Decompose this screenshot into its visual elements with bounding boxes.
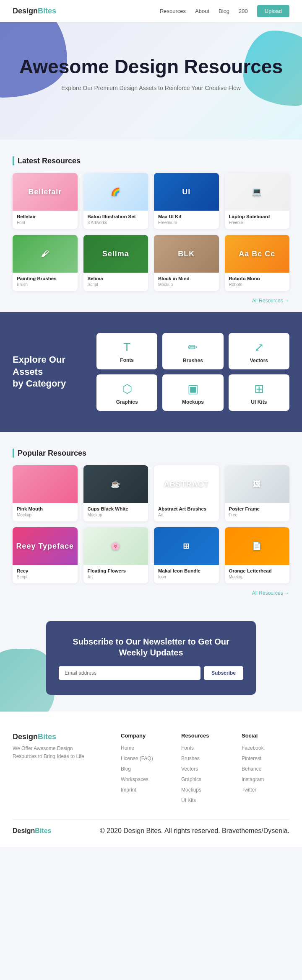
latest-resource-card[interactable]: Bellefair Bellefair Font	[13, 173, 78, 229]
footer-social-link[interactable]: Pinterest	[242, 756, 261, 761]
latest-resource-card[interactable]: Selima Selima Script	[83, 235, 148, 291]
card-info: Poster Frame Free	[225, 503, 290, 521]
card-info: Roboto Mono Roboto	[225, 273, 290, 291]
footer-social-link[interactable]: Instagram	[242, 776, 264, 782]
nav-logo: DesignBites	[13, 7, 56, 15]
card-title: Selima	[88, 276, 144, 281]
nav-200[interactable]: 200	[239, 8, 248, 14]
cat-label: Mockups	[182, 399, 204, 405]
cat-icon: T	[123, 340, 130, 354]
card-thumbnail: Bellefair	[13, 173, 78, 211]
card-thumb-text: 🖼	[253, 480, 261, 489]
card-tag: 8 Artworks	[88, 220, 144, 225]
footer-company-link[interactable]: Workspaces	[121, 776, 148, 782]
popular-resource-card[interactable]: 🖼 Poster Frame Free	[225, 465, 290, 521]
latest-resource-card[interactable]: BLK Block in Mind Mockup	[154, 235, 219, 291]
footer-company-link[interactable]: Home	[121, 745, 134, 751]
footer-resources-heading: Resources	[181, 732, 229, 739]
nav-links: Resources About Blog 200 Upload	[160, 5, 289, 17]
card-tag: Roboto	[229, 282, 286, 287]
category-card[interactable]: ▣ Mockups	[162, 374, 223, 411]
popular-resource-card[interactable]: 📄 Orange Letterhead Mockup	[225, 527, 290, 583]
card-thumb-text: Reey Typeface	[16, 542, 74, 551]
latest-resource-card[interactable]: 🌈 Balou Illustration Set 8 Artworks	[83, 173, 148, 229]
card-info: Painting Brushes Brush	[13, 273, 78, 291]
card-thumbnail: ABSTRACT	[154, 465, 219, 503]
popular-resource-card[interactable]: ☕ Cups Black White Mockup	[83, 465, 148, 521]
cat-label: Graphics	[116, 399, 138, 405]
card-tag: Script	[88, 282, 144, 287]
card-thumbnail: 💻	[225, 173, 290, 211]
footer-logo: DesignBites	[13, 732, 108, 741]
nav-blog[interactable]: Blog	[219, 8, 229, 14]
category-card[interactable]: ⊞ UI Kits	[229, 374, 289, 411]
card-title: Floating Flowers	[88, 568, 144, 573]
footer-bottom-logo: DesignBites	[13, 827, 51, 835]
nav-resources[interactable]: Resources	[160, 8, 186, 14]
cat-icon: ✏	[188, 340, 198, 354]
cat-icon: ⬡	[122, 382, 132, 396]
popular-resource-card[interactable]: ABSTRACT Abstract Art Brushes Art	[154, 465, 219, 521]
latest-resource-card[interactable]: UI Max UI Kit Freemium	[154, 173, 219, 229]
popular-resource-card[interactable]: 🌸 Floating Flowers Art	[83, 527, 148, 583]
footer-social-heading: Social	[242, 732, 289, 739]
card-thumb-text: 🖌	[41, 250, 49, 258]
category-title: Explore Our Assets by Category	[13, 354, 80, 390]
card-thumbnail: 🖼	[225, 465, 290, 503]
category-card[interactable]: ⬡ Graphics	[96, 374, 157, 411]
latest-resource-card[interactable]: 🖌 Painting Brushes Brush	[13, 235, 78, 291]
footer-company-link[interactable]: Imprint	[121, 787, 136, 793]
card-thumb-text: ⊞	[183, 542, 190, 551]
latest-all-resources-link[interactable]: All Resources →	[13, 298, 289, 304]
card-tag: Mockup	[88, 513, 144, 517]
popular-all-resources-link[interactable]: All Resources →	[13, 590, 289, 596]
card-tag: Icon	[158, 575, 215, 579]
card-title: Balou Illustration Set	[88, 214, 144, 219]
popular-resource-card[interactable]: Pink Mouth Mockup	[13, 465, 78, 521]
latest-resource-card[interactable]: 💻 Laptop Sideboard Freebie	[225, 173, 290, 229]
footer-resources-link[interactable]: Brushes	[181, 756, 200, 761]
popular-resource-card[interactable]: ⊞ Makai Icon Bundle Icon	[154, 527, 219, 583]
footer-social-link[interactable]: Twitter	[242, 787, 256, 793]
card-title: Reey	[17, 568, 73, 573]
newsletter-form: Subscribe	[59, 666, 243, 680]
latest-resource-card[interactable]: Aa Bc Cc Roboto Mono Roboto	[225, 235, 290, 291]
category-grid: T Fonts ✏ Brushes ⤢ Vectors ⬡ Graphics ▣…	[96, 333, 289, 411]
cat-label: Brushes	[183, 358, 203, 364]
card-info: Orange Letterhead Mockup	[225, 565, 290, 583]
nav-about[interactable]: About	[195, 8, 209, 14]
footer-social-link[interactable]: Facebook	[242, 745, 264, 751]
card-thumb-text: 🌈	[111, 187, 120, 196]
footer-social-col: Social FacebookPinterestBehanceInstagram…	[242, 732, 289, 807]
footer-social-link[interactable]: Behance	[242, 766, 261, 772]
card-thumb-text: UI	[182, 188, 190, 196]
footer-bottom: DesignBites © 2020 Design Bites. All rig…	[13, 819, 289, 835]
footer-company-link[interactable]: License (FAQ)	[121, 756, 153, 761]
popular-resource-card[interactable]: Reey Typeface Reey Script	[13, 527, 78, 583]
newsletter-email-input[interactable]	[59, 666, 200, 680]
category-card[interactable]: T Fonts	[96, 333, 157, 369]
footer-resources-link[interactable]: Mockups	[181, 787, 201, 793]
card-thumb-text: Bellefair	[28, 188, 62, 196]
card-tag: Art	[158, 513, 215, 517]
card-thumbnail: Aa Bc Cc	[225, 235, 290, 273]
footer-resources-link[interactable]: Vectors	[181, 766, 198, 772]
card-thumbnail: Selima	[83, 235, 148, 273]
footer-resources-link[interactable]: UI Kits	[181, 797, 196, 803]
footer-company-link[interactable]: Blog	[121, 766, 131, 772]
footer-resources-link[interactable]: Graphics	[181, 776, 201, 782]
footer-resources-link[interactable]: Fonts	[181, 745, 194, 751]
card-info: Bellefair Font	[13, 211, 78, 229]
card-info: Laptop Sideboard Freebie	[225, 211, 290, 229]
category-section: Explore Our Assets by Category T Fonts ✏…	[0, 312, 302, 432]
card-title: Orange Letterhead	[229, 568, 286, 573]
card-thumbnail: 📄	[225, 527, 290, 565]
footer-social-links: FacebookPinterestBehanceInstagramTwitter	[242, 744, 289, 793]
upload-button[interactable]: Upload	[257, 5, 289, 17]
footer-resources-links: FontsBrushesVectorsGraphicsMockupsUI Kit…	[181, 744, 229, 804]
category-card[interactable]: ✏ Brushes	[162, 333, 223, 369]
category-card[interactable]: ⤢ Vectors	[229, 333, 289, 369]
footer-brand: DesignBites We Offer Awesome Design Reso…	[13, 732, 108, 807]
newsletter-subscribe-button[interactable]: Subscribe	[204, 666, 243, 680]
cat-icon: ⤢	[254, 340, 264, 354]
